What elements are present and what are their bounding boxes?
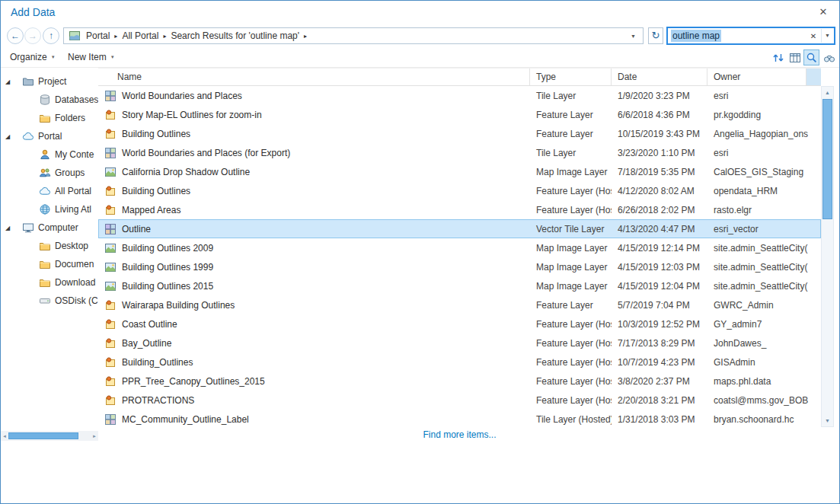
sidebar-item-osdisk-c[interactable]: OSDisk (C [1, 292, 98, 310]
breadcrumb-arrow-icon[interactable]: ▸ [161, 33, 168, 40]
breadcrumb-item-all-portal[interactable]: All Portal [120, 30, 161, 41]
column-header-type[interactable]: Type [530, 69, 612, 85]
name-cell: Building Outlines 2009 [98, 242, 530, 254]
vertical-scrollbar-thumb[interactable] [822, 99, 832, 219]
sidebar-horizontal-scrollbar[interactable]: ◄ ► [1, 431, 98, 441]
list-row[interactable]: California Drop Shadow OutlineMap Image … [98, 162, 821, 181]
breadcrumb-arrow-icon[interactable]: ▸ [302, 33, 309, 40]
breadcrumb-item-search-results-for-outline-map[interactable]: Search Results for 'outline map' [168, 30, 302, 41]
header-scroll-corner [806, 69, 821, 85]
list-row[interactable]: Wairarapa Building OutlinesFeature Layer… [98, 295, 821, 314]
item-date: 7/18/2019 5:35 PM [612, 167, 707, 177]
item-type: Feature Layer [530, 300, 612, 311]
sidebar-item-label: Living Atl [55, 204, 91, 215]
item-date: 1/31/2018 3:03 PM [612, 414, 707, 425]
globe-icon [39, 203, 51, 215]
up-icon: ↑ [49, 30, 53, 41]
list-row[interactable]: Coast OutlineFeature Layer (Hos10/3/2019… [98, 314, 821, 333]
scroll-right-icon[interactable]: ► [91, 434, 98, 439]
list-row[interactable]: Building Outlines 2009Map Image Layer4/1… [98, 238, 821, 257]
forward-button[interactable]: → [24, 27, 41, 44]
organize-menu[interactable]: Organize▼ [10, 52, 56, 62]
scroll-down-icon[interactable]: ▼ [822, 415, 833, 426]
sidebar-item-desktop[interactable]: Desktop [1, 237, 98, 255]
feature-layer-icon [104, 318, 117, 330]
item-owner: GWRC_Admin [707, 300, 821, 311]
sidebar-item-label: Computer [38, 222, 78, 233]
tile-layer-icon [104, 90, 117, 102]
search-toggle-icon[interactable] [803, 49, 819, 65]
scroll-left-icon[interactable]: ◄ [1, 434, 8, 439]
column-header-name[interactable]: Name [98, 69, 530, 85]
up-button[interactable]: ↑ [43, 27, 59, 44]
expander-icon[interactable]: ◢ [5, 133, 22, 140]
breadcrumb-arrow-icon[interactable]: ▸ [112, 33, 120, 40]
sidebar-item-computer[interactable]: ◢Computer [1, 219, 98, 237]
back-button[interactable]: ← [7, 27, 24, 44]
clear-search-icon[interactable]: ✕ [806, 32, 821, 40]
sidebar-item-documen[interactable]: Documen [1, 255, 98, 273]
list-row[interactable]: Story Map-EL Outlines for zoom-inFeature… [98, 105, 821, 124]
sidebar-item-databases[interactable]: Databases [1, 91, 98, 109]
item-date: 6/6/2018 4:36 PM [612, 110, 707, 120]
item-type: Feature Layer (Hos [530, 357, 612, 368]
list-row[interactable]: World Boundaries and PlacesTile Layer1/9… [98, 86, 821, 105]
expander-icon[interactable]: ◢ [5, 78, 22, 85]
scroll-up-icon[interactable]: ▲ [822, 87, 833, 98]
item-date: 4/13/2020 4:47 PM [612, 224, 707, 234]
feature-layer-icon [104, 356, 117, 368]
breadcrumb-item-portal[interactable]: Portal [84, 30, 112, 41]
vertical-scrollbar[interactable]: ▲ ▼ [821, 86, 834, 427]
sidebar-item-label: Project [38, 76, 66, 87]
table-header-row: Name Type Date Owner [98, 68, 821, 86]
sidebar-item-my-conte[interactable]: My Conte [1, 145, 98, 164]
sidebar-item-living-atl[interactable]: Living Atl [1, 200, 98, 219]
refresh-button[interactable]: ↻ [648, 27, 663, 44]
tile-layer-icon [104, 413, 117, 426]
item-name: Mapped Areas [122, 205, 180, 215]
item-name: MC_Community_Outline_Label [122, 414, 249, 425]
forward-icon: → [28, 30, 37, 41]
item-date: 1/9/2020 3:23 PM [612, 91, 707, 101]
list-row[interactable]: Building OutlinesFeature Layer (Hos4/12/… [98, 181, 821, 200]
list-row[interactable]: MC_Community_Outline_LabelTile Layer (Ho… [98, 410, 821, 427]
item-type: Map Image Layer [530, 167, 612, 177]
sidebar-item-groups[interactable]: Groups [1, 164, 98, 182]
list-row[interactable]: PPR_Tree_Canopy_Outlines_2015Feature Lay… [98, 372, 821, 391]
item-type: Feature Layer (Hos [530, 395, 612, 406]
sidebar-item-project[interactable]: ◢Project [1, 72, 98, 91]
breadcrumb-caret-down-icon[interactable]: ▼ [627, 33, 640, 39]
sort-icon[interactable] [770, 49, 786, 65]
list-row[interactable]: Building_OutlinesFeature Layer (Hos10/7/… [98, 352, 821, 372]
column-header-date[interactable]: Date [612, 69, 707, 85]
sidebar-item-folders[interactable]: Folders [1, 109, 98, 127]
search-caret-down-icon[interactable]: ▼ [821, 29, 834, 43]
sidebar-item-download[interactable]: Download [1, 273, 98, 292]
binoculars-icon[interactable] [821, 49, 837, 65]
new-item-menu[interactable]: New Item▼ [68, 52, 115, 62]
close-icon[interactable]: ✕ [815, 5, 832, 20]
map-thumbnail-icon [69, 30, 81, 42]
search-input[interactable]: outline map ✕ ▼ [666, 27, 835, 45]
sidebar-item-portal[interactable]: ◢Portal [1, 127, 98, 145]
list-row[interactable]: Mapped AreasFeature Layer (Hos6/26/2018 … [98, 200, 821, 219]
list-row[interactable]: Bay_OutlineFeature Layer (Hos7/17/2013 8… [98, 333, 821, 352]
column-header-owner[interactable]: Owner [707, 69, 806, 85]
horizontal-scrollbar-thumb[interactable] [8, 432, 78, 439]
expander-icon[interactable]: ◢ [5, 225, 22, 231]
item-owner: site.admin_SeattleCity( [707, 281, 821, 292]
breadcrumb[interactable]: Portal▸All Portal▸Search Results for 'ou… [63, 27, 644, 44]
item-type: Feature Layer [530, 110, 612, 120]
list-row[interactable]: World Boundaries and Places (for Export)… [98, 143, 821, 162]
list-row[interactable]: PROTRACTIONSFeature Layer (Hos2/20/2018 … [98, 391, 821, 410]
sidebar-item-all-portal[interactable]: All Portal [1, 182, 98, 200]
list-row[interactable]: OutlineVector Tile Layer4/13/2020 4:47 P… [98, 219, 821, 238]
columns-icon[interactable] [787, 49, 803, 65]
list-row[interactable]: Building Outlines 1999Map Image Layer4/1… [98, 257, 821, 276]
item-owner: esri_vector [707, 224, 821, 234]
list-row[interactable]: Building Outlines 2015Map Image Layer4/1… [98, 276, 821, 295]
list-row[interactable]: Building OutlinesFeature Layer10/15/2019… [98, 124, 821, 143]
item-date: 7/17/2013 8:29 PM [612, 338, 707, 349]
sidebar-tree: ◢ProjectDatabasesFolders◢PortalMy ConteG… [1, 68, 98, 310]
find-more-items-link[interactable]: Find more items... [423, 429, 496, 440]
